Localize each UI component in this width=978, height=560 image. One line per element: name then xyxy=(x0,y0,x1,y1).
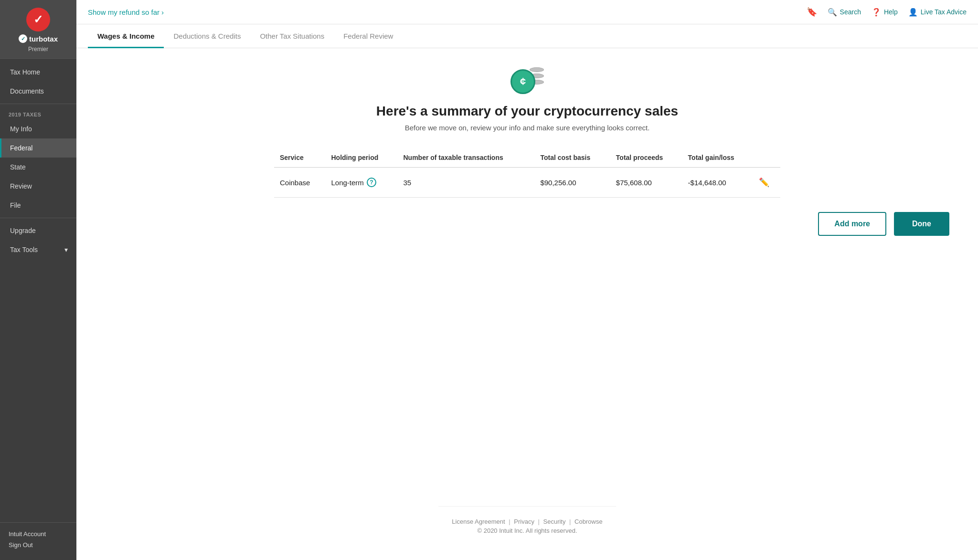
logo-checkmark: ✓ xyxy=(26,8,50,32)
th-cost-basis: Total cost basis xyxy=(534,149,610,168)
page-content: ¢ Here's a summary of your cryptocurrenc… xyxy=(76,48,978,560)
td-gain-loss: -$14,648.00 xyxy=(682,168,754,198)
footer-cobrowse[interactable]: Cobrowse xyxy=(574,518,603,525)
sidebar-nav: Tax Home Documents 2019 TAXES My Info Fe… xyxy=(0,59,76,522)
sidebar-item-intuit-account[interactable]: Intuit Account xyxy=(9,530,68,538)
bookmark-icon: 🔖 xyxy=(807,7,817,17)
main-content: Show my refund so far › 🔖 🔍 Search ❓ Hel… xyxy=(76,0,978,560)
edit-icon[interactable]: ✏️ xyxy=(759,178,769,187)
help-button[interactable]: ❓ Help xyxy=(872,8,898,17)
crypto-icon: ¢ xyxy=(510,67,544,96)
topbar: Show my refund so far › 🔖 🔍 Search ❓ Hel… xyxy=(76,0,978,24)
search-icon: 🔍 xyxy=(828,8,837,17)
person-icon: 👤 xyxy=(908,8,918,17)
tab-deductions-credits[interactable]: Deductions & Credits xyxy=(164,24,250,48)
td-proceeds: $75,608.00 xyxy=(610,168,682,198)
turbotax-brand: ✓ turbotax xyxy=(19,34,58,43)
sidebar-item-tax-tools[interactable]: Tax Tools ▾ xyxy=(0,240,76,259)
sidebar-bottom: Intuit Account Sign Out xyxy=(0,522,76,560)
th-gain-loss: Total gain/loss xyxy=(682,149,754,168)
help-icon: ❓ xyxy=(872,8,881,17)
brand-tier: Premier xyxy=(28,46,48,53)
add-more-button[interactable]: Add more xyxy=(818,212,886,236)
th-taxable-transactions: Number of taxable transactions xyxy=(397,149,534,168)
sidebar-item-upgrade[interactable]: Upgrade xyxy=(0,221,76,240)
page-title: Here's a summary of your cryptocurrency … xyxy=(376,104,678,119)
td-transactions: 35 xyxy=(397,168,534,198)
holding-period-help-icon[interactable]: ? xyxy=(367,178,376,187)
td-cost-basis: $90,256.00 xyxy=(534,168,610,198)
chevron-right-icon: › xyxy=(161,8,164,16)
topbar-left: Show my refund so far › xyxy=(88,8,164,16)
sidebar: ✓ ✓ turbotax Premier Tax Home Documents … xyxy=(0,0,76,560)
footer-links: License Agreement | Privacy | Security |… xyxy=(450,518,604,525)
footer-license[interactable]: License Agreement xyxy=(452,518,505,525)
th-actions xyxy=(753,149,780,168)
th-proceeds: Total proceeds xyxy=(610,149,682,168)
footer-copyright: © 2020 Intuit Inc. All rights reserved. xyxy=(450,527,604,534)
brand-icon: ✓ xyxy=(19,34,27,43)
sidebar-item-my-info[interactable]: My Info xyxy=(0,119,76,138)
sidebar-item-sign-out[interactable]: Sign Out xyxy=(9,541,68,549)
coin-slice-1 xyxy=(530,67,544,72)
sidebar-item-review[interactable]: Review xyxy=(0,177,76,196)
table-header: Service Holding period Number of taxable… xyxy=(274,149,780,168)
coin-main: ¢ xyxy=(510,69,535,94)
refund-link[interactable]: Show my refund so far › xyxy=(88,8,164,16)
td-holding-period: Long-term ? xyxy=(325,168,397,198)
tab-nav: Wages & Income Deductions & Credits Othe… xyxy=(76,24,978,48)
sidebar-section-2019-taxes: 2019 TAXES xyxy=(0,107,76,119)
live-tax-advice-button[interactable]: 👤 Live Tax Advice xyxy=(908,8,967,17)
table-row: Coinbase Long-term ? 35 $90,256.00 $75,6… xyxy=(274,168,780,198)
page-subtitle: Before we move on, review your info and … xyxy=(405,124,650,132)
td-edit: ✏️ xyxy=(753,168,780,198)
chevron-down-icon: ▾ xyxy=(64,246,68,254)
brand-name: turbotax xyxy=(29,35,58,43)
topbar-right: 🔖 🔍 Search ❓ Help 👤 Live Tax Advice xyxy=(807,7,967,17)
sidebar-item-documents[interactable]: Documents xyxy=(0,82,76,101)
bookmark-button[interactable]: 🔖 xyxy=(807,7,817,17)
tab-other-tax-situations[interactable]: Other Tax Situations xyxy=(250,24,334,48)
th-service: Service xyxy=(274,149,325,168)
done-button[interactable]: Done xyxy=(894,212,949,236)
th-holding-period: Holding period xyxy=(325,149,397,168)
td-service: Coinbase xyxy=(274,168,325,198)
summary-table: Service Holding period Number of taxable… xyxy=(274,149,780,198)
sidebar-item-tax-home[interactable]: Tax Home xyxy=(0,63,76,82)
sidebar-item-federal[interactable]: Federal xyxy=(0,138,76,158)
footer-privacy[interactable]: Privacy xyxy=(514,518,534,525)
button-row: Add more Done xyxy=(443,212,949,236)
sidebar-item-state[interactable]: State xyxy=(0,158,76,177)
footer: License Agreement | Privacy | Security |… xyxy=(438,506,616,546)
tab-wages-income[interactable]: Wages & Income xyxy=(88,24,164,48)
sidebar-logo: ✓ ✓ turbotax Premier xyxy=(0,0,76,59)
table-body: Coinbase Long-term ? 35 $90,256.00 $75,6… xyxy=(274,168,780,198)
sidebar-item-file[interactable]: File xyxy=(0,196,76,215)
tab-federal-review[interactable]: Federal Review xyxy=(334,24,403,48)
search-button[interactable]: 🔍 Search xyxy=(828,8,861,17)
footer-security[interactable]: Security xyxy=(543,518,566,525)
